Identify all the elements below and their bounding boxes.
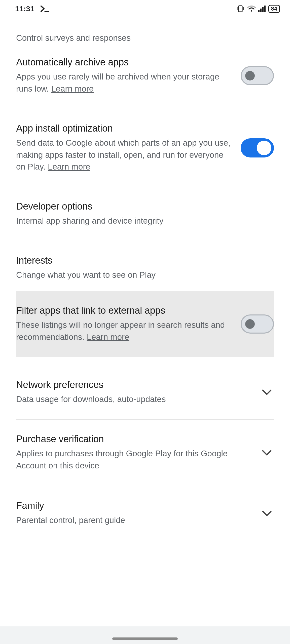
home-indicator[interactable] [112, 637, 178, 640]
setting-title: Filter apps that link to external apps [16, 305, 234, 316]
svg-rect-6 [260, 9, 262, 12]
setting-text: Automatically archive apps Apps you use … [16, 57, 234, 95]
status-bar: 11:31 84 [0, 0, 290, 16]
chevron-down-icon [260, 510, 274, 517]
setting-developer-options[interactable]: Developer options Internal app sharing a… [0, 187, 290, 241]
status-time: 11:31 [15, 5, 34, 13]
toggle-archive-apps[interactable] [241, 66, 274, 85]
status-bar-right: 84 [236, 5, 280, 13]
setting-text: Purchase verification Applies to purchas… [16, 434, 253, 472]
setting-subtitle: Data usage for downloads, auto-updates [16, 393, 253, 405]
setting-family[interactable]: Family Parental control, parent guide [0, 486, 290, 540]
setting-title: Automatically archive apps [16, 57, 234, 68]
setting-text: Developer options Internal app sharing a… [16, 201, 274, 227]
svg-point-4 [251, 10, 252, 12]
setting-text: Filter apps that link to external apps T… [16, 305, 234, 343]
setting-install-optimization[interactable]: App install optimization Send data to Go… [0, 109, 290, 187]
setting-title: Interests [16, 255, 274, 266]
status-bar-left: 11:31 [15, 5, 51, 13]
setting-subtitle-surveys[interactable]: Control surveys and responses [0, 16, 290, 43]
toggle-knob [245, 319, 255, 329]
setting-subtitle: Applies to purchases through Google Play… [16, 448, 253, 472]
setting-text: App install optimization Send data to Go… [16, 123, 234, 173]
setting-title: App install optimization [16, 123, 234, 134]
vibrate-icon [236, 5, 245, 12]
learn-more-link[interactable]: Learn more [51, 84, 94, 93]
setting-subtitle: Apps you use rarely will be archived whe… [16, 71, 234, 95]
svg-rect-8 [264, 6, 266, 12]
setting-subtitle: Parental control, parent guide [16, 514, 253, 526]
setting-title: Developer options [16, 201, 274, 212]
setting-purchase-verification[interactable]: Purchase verification Applies to purchas… [0, 420, 290, 486]
svg-rect-5 [258, 10, 260, 12]
svg-rect-1 [239, 6, 242, 12]
toggle-filter-external-apps[interactable] [241, 314, 274, 334]
setting-title: Family [16, 500, 253, 511]
battery-indicator: 84 [268, 5, 280, 13]
setting-archive-apps[interactable]: Automatically archive apps Apps you use … [0, 43, 290, 109]
toggle-knob [245, 71, 255, 80]
toggle-install-optimization[interactable] [241, 138, 274, 157]
setting-title: Purchase verification [16, 434, 253, 445]
setting-interests[interactable]: Interests Change what you want to see on… [0, 241, 290, 291]
learn-more-link[interactable]: Learn more [87, 332, 129, 342]
setting-subtitle: These listings will no longer appear in … [16, 319, 234, 343]
toggle-knob [257, 141, 271, 155]
svg-rect-7 [262, 7, 264, 12]
setting-subtitle: Change what you want to see on Play [16, 269, 274, 281]
signal-icon [258, 6, 266, 12]
setting-network-preferences[interactable]: Network preferences Data usage for downl… [0, 365, 290, 419]
setting-text: Family Parental control, parent guide [16, 500, 253, 526]
setting-filter-external-apps-highlight: Filter apps that link to external apps T… [16, 291, 274, 357]
setting-filter-external-apps[interactable]: Filter apps that link to external apps T… [16, 305, 274, 343]
setting-subtitle: Send data to Google about which parts of… [16, 137, 234, 173]
nav-bar-background [0, 626, 290, 644]
chevron-down-icon [260, 449, 274, 456]
terminal-prompt-icon [41, 6, 51, 12]
settings-list: Control surveys and responses Automatica… [0, 16, 290, 540]
setting-text: Interests Change what you want to see on… [16, 255, 274, 281]
chevron-down-icon [260, 389, 274, 396]
wifi-icon [247, 6, 256, 12]
learn-more-link[interactable]: Learn more [48, 162, 90, 171]
setting-title: Network preferences [16, 379, 253, 390]
setting-text: Network preferences Data usage for downl… [16, 379, 253, 405]
setting-subtitle: Internal app sharing and device integrit… [16, 215, 274, 227]
setting-subtitle-text: Apps you use rarely will be archived whe… [16, 72, 219, 93]
